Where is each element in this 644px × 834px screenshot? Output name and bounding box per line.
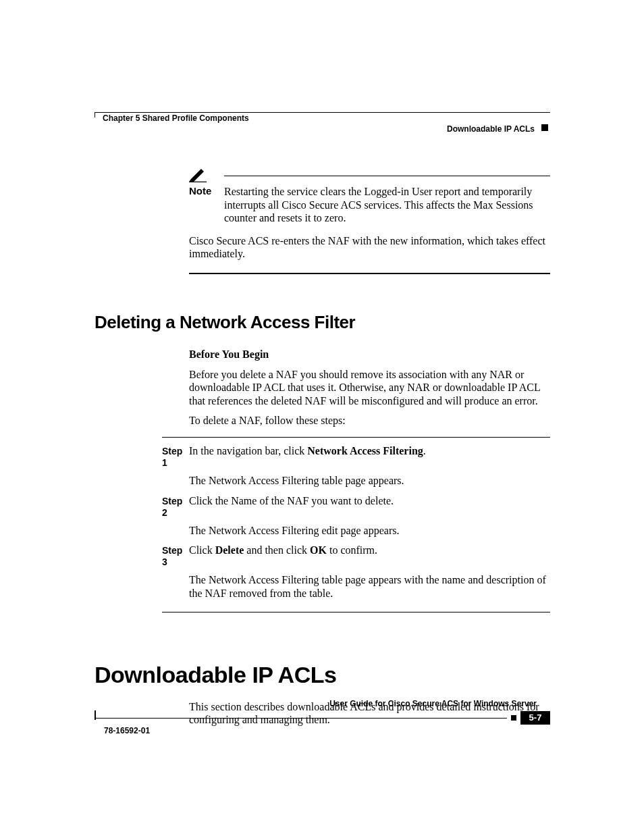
note-rule — [224, 176, 550, 176]
heading-1: Downloadable IP ACLs — [95, 661, 550, 689]
step-subtext: The Network Access Filtering table page … — [189, 474, 550, 488]
step-row: Step 3 Click Delete and then click OK to… — [162, 544, 550, 568]
step-text: In the navigation bar, click Network Acc… — [189, 444, 550, 469]
step-label: Step 1 — [162, 444, 189, 469]
footer-guide-title: User Guide for Cisco Secure ACS for Wind… — [95, 699, 550, 708]
note-text: Restarting the service clears the Logged… — [224, 185, 550, 225]
paragraph: To delete a NAF, follow these steps: — [189, 414, 550, 427]
before-you-begin-label: Before You Begin — [189, 348, 550, 361]
step-text: Click Delete and then click OK to confir… — [189, 544, 550, 568]
step-subtext: The Network Access Filtering table page … — [189, 573, 550, 600]
section-end-rule — [189, 273, 550, 274]
steps-start-rule — [162, 437, 550, 438]
header-rule — [95, 112, 550, 113]
chapter-label: Chapter 5 Shared Profile Components — [103, 113, 249, 123]
note-block: Note Restarting the service clears the L… — [189, 167, 550, 225]
steps-end-rule — [162, 612, 550, 613]
pencil-icon — [189, 167, 224, 182]
footer-doc-number: 78-16592-01 — [104, 726, 550, 735]
note-label: Note — [189, 185, 224, 197]
header-end-marker — [541, 124, 548, 131]
footer-rule — [95, 718, 507, 719]
page-footer: User Guide for Cisco Secure ACS for Wind… — [95, 699, 550, 735]
step-row: Step 1 In the navigation bar, click Netw… — [162, 444, 550, 469]
footer-tick — [95, 710, 96, 720]
step-text: Click the Name of the NAF you want to de… — [189, 494, 550, 519]
paragraph: Cisco Secure ACS re-enters the NAF with … — [189, 234, 550, 261]
section-label: Downloadable IP ACLs — [447, 124, 535, 134]
step-subtext: The Network Access Filtering edit page a… — [189, 524, 550, 538]
paragraph: Before you delete a NAF you should remov… — [189, 368, 550, 408]
footer-square-marker — [511, 715, 516, 721]
step-label: Step 3 — [162, 544, 189, 568]
header-tick — [95, 112, 95, 118]
page-content: Note Restarting the service clears the L… — [95, 167, 550, 727]
step-label: Step 2 — [162, 494, 189, 519]
heading-2: Deleting a Network Access Filter — [95, 312, 550, 334]
step-row: Step 2 Click the Name of the NAF you wan… — [162, 494, 550, 519]
page-number: 5-7 — [520, 711, 550, 725]
